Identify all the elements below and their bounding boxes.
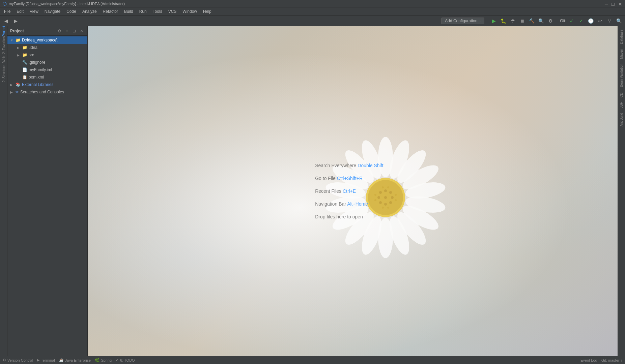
- git-branches-button[interactable]: ⑂: [605, 17, 614, 25]
- build-button[interactable]: 🔨: [528, 17, 536, 25]
- gitignore-file-icon: 🔧: [22, 60, 27, 65]
- debug-button[interactable]: 🐛: [499, 17, 507, 25]
- menu-analyze[interactable]: Analyze: [80, 8, 100, 14]
- git-label: Git:: [560, 19, 566, 23]
- java-enterprise-tab[interactable]: ☕ Java Enterprise: [59, 358, 91, 362]
- menu-tools[interactable]: Tools: [150, 8, 165, 14]
- tree-item-scratches[interactable]: ▶ ✏ Scratches and Consoles: [7, 88, 87, 96]
- terminal-label: Terminal: [41, 358, 55, 362]
- tip-nav-shortcut: Alt+Home: [347, 201, 368, 207]
- run-button[interactable]: ▶: [490, 17, 498, 25]
- scratches-label: Scratches and Consoles: [20, 90, 64, 94]
- web-icon[interactable]: Web: [0, 56, 7, 63]
- stop-button[interactable]: ⏹: [518, 17, 526, 25]
- menu-code[interactable]: Code: [64, 8, 79, 14]
- run-coverage-button[interactable]: ☂: [509, 17, 517, 25]
- panel-title: Project: [10, 29, 55, 33]
- tree-item-external-libraries[interactable]: ▶ 📚 External Libraries: [7, 81, 87, 88]
- git-undo-button[interactable]: ↩: [596, 17, 604, 25]
- svg-point-24: [384, 196, 387, 199]
- menu-view[interactable]: View: [27, 8, 41, 14]
- tip-nav-text: Navigation Bar: [315, 201, 347, 207]
- git-check-button[interactable]: ✓: [568, 17, 576, 25]
- tree-item-iml[interactable]: ▶ 📄 myFamily.iml: [7, 66, 87, 73]
- tip-go-text: Go to File: [315, 176, 337, 181]
- favorites-icon[interactable]: 2: Favorites: [0, 42, 7, 49]
- ant-build-icon[interactable]: Ant Build: [619, 111, 624, 128]
- database-icon[interactable]: Database: [619, 28, 624, 46]
- main-layout: Project 2: Favorites Web 2: Structure Pr…: [0, 26, 625, 356]
- jsf-icon[interactable]: JSF: [619, 100, 624, 110]
- todo-icon: ✓: [116, 358, 119, 362]
- project-panel: Project ⚙ ≡ ⊟ ✕ ▼ 📁 D:\idea_workspace\ ▶…: [7, 26, 88, 356]
- version-control-tab[interactable]: ⚙ Version Control: [3, 358, 33, 362]
- project-panel-icon[interactable]: Project: [0, 28, 7, 34]
- settings-button[interactable]: ⚙: [546, 17, 555, 25]
- git-commit-button[interactable]: ✓: [577, 17, 585, 25]
- menu-vcs[interactable]: VCS: [166, 8, 179, 14]
- todo-tab[interactable]: ✓ 6: TODO: [116, 358, 135, 362]
- svg-point-30: [387, 186, 389, 188]
- cdi-icon[interactable]: CDI: [619, 90, 624, 99]
- bean-validation-icon[interactable]: Bean Validation: [619, 62, 624, 89]
- menu-run[interactable]: Run: [137, 8, 149, 14]
- menu-edit[interactable]: Edit: [14, 8, 26, 14]
- iml-label: myFamily.iml: [29, 67, 52, 72]
- maximize-button[interactable]: □: [612, 2, 616, 6]
- tip-recent-shortcut: Ctrl+E: [343, 188, 356, 194]
- minimize-button[interactable]: ─: [605, 2, 609, 6]
- tip-drop-files: Drop files here to open: [315, 214, 383, 219]
- version-control-label: Version Control: [7, 358, 33, 362]
- menu-navigate[interactable]: Navigate: [42, 8, 63, 14]
- menu-help[interactable]: Help: [200, 8, 214, 14]
- settings-gear-icon[interactable]: ⚙: [56, 28, 62, 34]
- svg-point-32: [395, 194, 397, 196]
- menu-build[interactable]: Build: [121, 8, 136, 14]
- quick-tips: Search Everywhere Double Shift Go to Fil…: [315, 163, 383, 219]
- panel-header: Project ⚙ ≡ ⊟ ✕: [7, 26, 87, 36]
- tree-item-pom[interactable]: ▶ 📋 pom.xml: [7, 73, 87, 81]
- src-folder-icon: 📁: [22, 53, 27, 57]
- close-button[interactable]: ✕: [618, 2, 622, 6]
- close-panel-icon[interactable]: ✕: [79, 28, 85, 34]
- svg-point-25: [391, 196, 394, 199]
- search-button[interactable]: 🔍: [537, 17, 545, 25]
- todo-label: 6: TODO: [120, 358, 135, 362]
- forward-button[interactable]: ▶: [11, 17, 20, 25]
- tree-item-src[interactable]: ▶ 📁 src: [7, 51, 87, 59]
- java-enterprise-icon: ☕: [59, 358, 64, 362]
- event-log-item[interactable]: Event Log: [580, 358, 597, 362]
- java-enterprise-label: Java Enterprise: [65, 358, 91, 362]
- git-search-button[interactable]: 🔍: [615, 17, 623, 25]
- tip-drop-text: Drop files here to open: [315, 214, 363, 219]
- version-control-icon: ⚙: [3, 358, 6, 362]
- menu-window[interactable]: Window: [180, 8, 200, 14]
- tip-search-everywhere: Search Everywhere Double Shift: [315, 163, 383, 168]
- git-history-button[interactable]: 🕐: [587, 17, 595, 25]
- app-icon: ⬡: [3, 1, 7, 6]
- menu-file[interactable]: File: [1, 8, 13, 14]
- spring-tab[interactable]: 🌿 Spring: [95, 358, 112, 362]
- src-label: src: [29, 53, 34, 57]
- maven-icon[interactable]: Maven: [619, 47, 624, 61]
- svg-point-34: [395, 199, 397, 201]
- structure-icon[interactable]: 2: Structure: [0, 70, 7, 77]
- tree-item-gitignore[interactable]: ▶ 🔧 .gitignore: [7, 59, 87, 66]
- tip-search-shortcut: Double Shift: [358, 163, 383, 168]
- spring-icon: 🌿: [95, 358, 100, 362]
- tree-item-idea[interactable]: ▶ 📁 .idea: [7, 44, 87, 51]
- ext-lib-icon: 📚: [16, 82, 21, 87]
- git-master-status[interactable]: Git: master ↑: [601, 358, 622, 362]
- add-configuration-button[interactable]: Add Configuration...: [441, 18, 484, 24]
- terminal-tab[interactable]: ▶ Terminal: [37, 358, 55, 362]
- sort-icon[interactable]: ≡: [64, 28, 70, 34]
- collapse-icon[interactable]: ⊟: [71, 28, 77, 34]
- menu-bar: File Edit View Navigate Code Analyze Ref…: [0, 7, 625, 16]
- menu-refactor[interactable]: Refactor: [100, 8, 121, 14]
- editor-background: Search Everywhere Double Shift Go to Fil…: [88, 26, 618, 356]
- root-folder-icon: 📁: [16, 38, 21, 42]
- tree-root[interactable]: ▼ 📁 D:\idea_workspace\: [7, 36, 87, 44]
- back-button[interactable]: ◀: [2, 17, 10, 25]
- root-arrow-icon: ▼: [10, 38, 14, 42]
- spring-label: Spring: [101, 358, 112, 362]
